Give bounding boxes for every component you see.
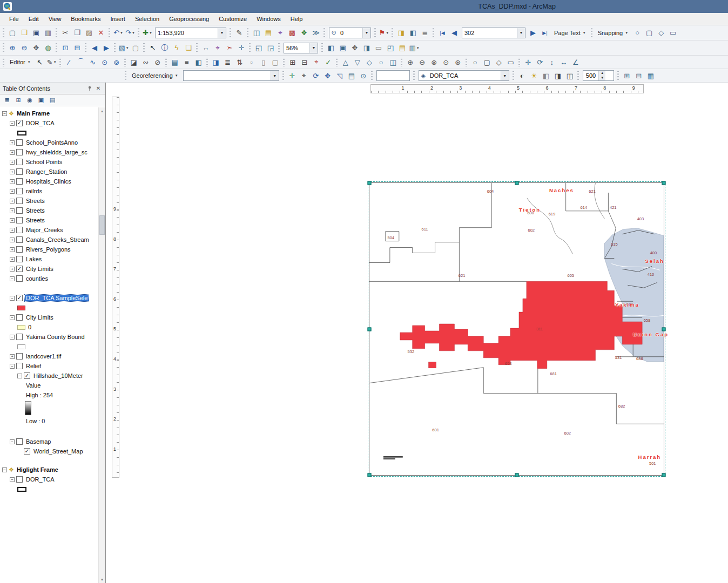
toolbar-grip[interactable] <box>56 28 57 37</box>
select-features-dropdown-icon[interactable]: ▼ <box>126 46 129 50</box>
selection-handle[interactable] <box>368 473 372 477</box>
image-tool-1[interactable]: ⊞ <box>621 70 633 82</box>
layer-name[interactable]: World_Street_Map <box>32 448 84 455</box>
ddp-last-page[interactable]: ▶| <box>539 27 551 38</box>
layer-checkbox[interactable] <box>16 198 23 204</box>
collapse-icon[interactable]: − <box>10 276 15 281</box>
expand-icon[interactable]: + <box>10 267 15 272</box>
layer-checkbox[interactable] <box>16 139 23 146</box>
menu-customize[interactable]: Customize <box>214 14 252 24</box>
map-scale-combo[interactable]: 1:153,920▼ <box>155 28 226 38</box>
catalog-tree[interactable]: ◨ <box>395 27 407 38</box>
expand-icon[interactable]: + <box>10 247 15 252</box>
layer-name[interactable]: Canals_Creeks_Stream <box>25 236 90 243</box>
flicker-rate-spinner-up-icon[interactable]: ▲ <box>599 71 605 76</box>
toolbar-grip[interactable] <box>114 43 116 52</box>
layer-checkbox[interactable] <box>16 207 23 214</box>
expand-icon[interactable]: + <box>10 170 15 174</box>
go-to-xy[interactable]: ✛ <box>235 42 247 53</box>
html-popup[interactable]: ❏ <box>183 42 194 53</box>
toolbar-grip[interactable] <box>336 58 338 67</box>
list-by-source[interactable]: ⊞ <box>14 96 23 105</box>
image-tool-3[interactable]: ▦ <box>645 70 657 82</box>
zoom-to-field-combo[interactable]: ⊙0▼ <box>329 28 371 38</box>
expand-icon[interactable]: + <box>10 199 15 204</box>
extra-tool-1[interactable]: ✛ <box>522 57 534 68</box>
collapse-icon[interactable]: − <box>17 374 22 378</box>
layer-checkbox[interactable] <box>16 168 23 175</box>
expand-icon[interactable]: + <box>10 238 15 242</box>
open-viewer-window[interactable]: ◱ <box>253 42 265 53</box>
full-extent[interactable]: ◍ <box>42 42 54 53</box>
delete[interactable]: ✕ <box>95 27 107 38</box>
layer-checkbox[interactable] <box>16 275 23 282</box>
toc-options[interactable]: ▤ <box>48 96 57 105</box>
list-by-selection[interactable]: ▣ <box>36 96 46 105</box>
toolbar-grip[interactable] <box>323 28 325 37</box>
data-frame[interactable]: 6046216144214036006196026115046154004106… <box>369 182 664 476</box>
toc-layer-row[interactable]: +Streets <box>0 215 105 225</box>
snap-toolbar-end[interactable]: ▢ <box>481 57 493 68</box>
edit-symbols[interactable]: ✎ <box>233 27 245 38</box>
layer-checkbox[interactable]: ✓ <box>24 372 30 379</box>
ddp-next-page[interactable]: ▶ <box>527 27 539 38</box>
pause-labeling[interactable]: ▯ <box>258 57 269 68</box>
rotation-input[interactable] <box>376 70 410 81</box>
toolbar-grip[interactable] <box>591 28 592 37</box>
toolbar-grip[interactable] <box>143 43 145 52</box>
focus-data-frame[interactable]: ◰ <box>385 42 396 53</box>
redo[interactable]: ↷▼ <box>124 27 136 38</box>
advanced-edit-2[interactable]: ▽ <box>352 57 363 68</box>
add-control-points[interactable]: ✛ <box>286 70 298 82</box>
collapse-icon[interactable]: − <box>10 439 15 444</box>
clear-selection[interactable]: ▢ <box>130 42 141 53</box>
topology-edit-tool[interactable]: ⊟ <box>299 57 311 68</box>
editor-menu[interactable]: Editor▼ <box>6 57 34 68</box>
pan-layout[interactable]: ✥ <box>349 42 361 53</box>
toc-layer-row[interactable]: −✓DOR_TCA <box>0 118 105 128</box>
preview-window[interactable]: ◧ <box>407 27 419 38</box>
view-link-table[interactable]: ▤ <box>346 70 358 82</box>
snap-point[interactable]: ○ <box>631 27 643 38</box>
layer-name[interactable]: City Limits <box>25 266 55 272</box>
data-driven-page-setup-dropdown-icon[interactable]: ▼ <box>416 46 420 50</box>
toc-layer-row[interactable]: −City Limits <box>0 313 105 322</box>
layer-name[interactable]: Lakes <box>25 256 43 262</box>
toolbar-grip[interactable] <box>125 71 126 80</box>
layer-checkbox[interactable] <box>16 314 23 321</box>
toolbar-grip[interactable] <box>392 28 393 37</box>
brightness[interactable]: ☀ <box>528 70 540 82</box>
layer-name[interactable]: School Points <box>25 159 63 165</box>
georeferencing-menu[interactable]: Georeferencing▼ <box>129 70 181 82</box>
expand-icon[interactable]: + <box>10 140 15 145</box>
layer-name[interactable]: Streets <box>25 198 46 204</box>
toolbar-grip[interactable] <box>85 43 86 52</box>
zoom-100[interactable]: ▣ <box>337 42 349 53</box>
toc-layer-row[interactable]: +railrds <box>0 186 105 196</box>
expand-icon[interactable]: + <box>10 354 15 359</box>
toolbar-grip[interactable] <box>617 71 619 80</box>
layer-name[interactable]: Basemap <box>25 438 52 445</box>
layer-checkbox[interactable] <box>16 178 23 185</box>
layer-checkbox[interactable] <box>16 363 23 369</box>
layer-checkbox[interactable]: ✓ <box>16 295 23 301</box>
default-flag[interactable]: ⚑▼ <box>378 27 390 38</box>
cut-polygons[interactable]: ◪ <box>128 57 140 68</box>
cut[interactable]: ✂ <box>59 27 71 38</box>
add-data[interactable]: ✚▼ <box>141 27 153 38</box>
zoom-in[interactable]: ⊕ <box>6 42 18 53</box>
measure[interactable]: ↔ <box>200 42 212 53</box>
rotate-raster[interactable]: ⟳ <box>310 70 322 82</box>
geometry-tool-2[interactable]: ⊖ <box>416 57 428 68</box>
toolbar-grip[interactable] <box>413 71 415 80</box>
toolbar-grip[interactable] <box>230 28 231 37</box>
magnifier-window[interactable]: ◲ <box>265 42 277 53</box>
menu-edit[interactable]: Edit <box>24 14 44 24</box>
layer-name[interactable]: Hospitals_Clinics <box>25 178 72 185</box>
ddp-previous-page[interactable]: ◀ <box>448 27 460 38</box>
toc-scrollbar[interactable]: ▲ ▼ <box>98 107 105 583</box>
ddp-first-page[interactable]: |◀ <box>436 27 448 38</box>
toolbar-grip[interactable] <box>3 58 4 67</box>
snap-toolbar-vertex[interactable]: ◇ <box>493 57 505 68</box>
error-inspector[interactable]: ⌖ <box>311 57 322 68</box>
